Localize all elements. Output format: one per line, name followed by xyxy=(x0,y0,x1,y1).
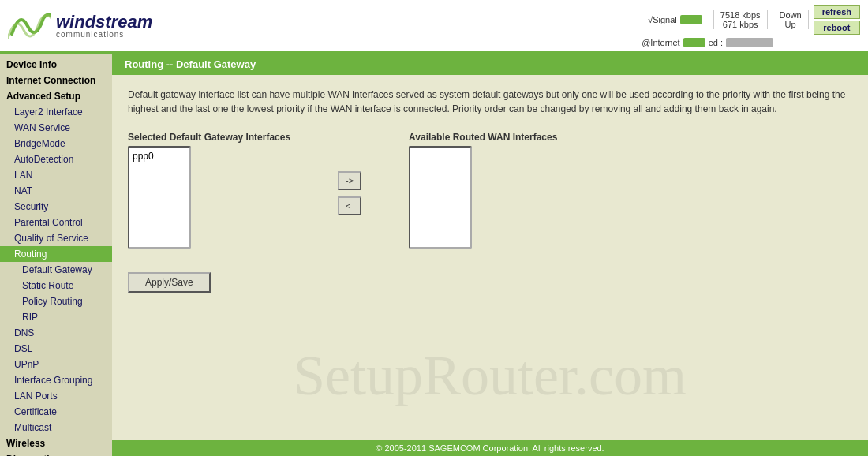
sidebar-item-wireless[interactable]: Wireless xyxy=(0,435,112,451)
selected-label: Selected Default Gateway Interfaces xyxy=(128,132,290,143)
logo-text: windstream communications xyxy=(56,13,152,39)
available-gateway-list[interactable] xyxy=(409,146,472,249)
content-area: Routing -- Default Gateway Default gatew… xyxy=(112,54,868,456)
down-label: Down xyxy=(780,10,802,20)
apply-save-button[interactable]: Apply/Save xyxy=(128,272,211,293)
content-body: Default gateway interface list can have … xyxy=(112,75,868,305)
reboot-button[interactable]: reboot xyxy=(814,21,860,35)
sidebar-item-autodetection[interactable]: AutoDetection xyxy=(0,151,112,167)
refresh-button[interactable]: refresh xyxy=(814,5,860,19)
sidebar-item-rip[interactable]: RIP xyxy=(0,309,112,325)
sidebar-item-diagnostics[interactable]: Diagnostics xyxy=(0,451,112,456)
sidebar-item-static-route[interactable]: Static Route xyxy=(0,278,112,293)
sidebar-item-interface-grouping[interactable]: Interface Grouping xyxy=(0,372,112,388)
selected-column: Selected Default Gateway Interfaces ppp0 xyxy=(128,132,290,249)
internet-speed-bar xyxy=(726,38,773,47)
sidebar-item-upnp[interactable]: UPnP xyxy=(0,357,112,372)
sidebar-item-policy-routing[interactable]: Policy Routing xyxy=(0,293,112,309)
status-top-row: √Signal 7518 kbps 671 kbps Down Up refre… xyxy=(642,5,860,35)
down-speed: 7518 kbps xyxy=(720,10,761,20)
windstream-logo-icon xyxy=(8,6,51,46)
main-layout: Device Info Internet Connection Advanced… xyxy=(0,54,868,456)
signal-section: √Signal xyxy=(642,15,709,24)
watermark: SetupRouter.com xyxy=(112,343,868,409)
available-label: Available Routed WAN Interfaces xyxy=(409,132,557,143)
header: windstream communications √Signal 7518 k… xyxy=(0,0,868,54)
gateway-form: Selected Default Gateway Interfaces ppp0… xyxy=(128,132,852,249)
signal-indicator xyxy=(680,15,702,24)
sidebar-item-bridgemode[interactable]: BridgeMode xyxy=(0,136,112,151)
sidebar-item-parental-control[interactable]: Parental Control xyxy=(0,215,112,230)
sidebar-item-wan-service[interactable]: WAN Service xyxy=(0,120,112,136)
sidebar-item-internet-connection[interactable]: Internet Connection xyxy=(0,73,112,88)
apply-row: Apply/Save xyxy=(128,272,852,293)
sidebar-item-device-info[interactable]: Device Info xyxy=(0,57,112,73)
move-left-button[interactable]: <- xyxy=(338,196,361,215)
sidebar-item-routing[interactable]: Routing xyxy=(0,246,112,262)
sidebar: Device Info Internet Connection Advanced… xyxy=(0,54,112,456)
sidebar-item-security[interactable]: Security xyxy=(0,199,112,215)
internet-label: @Internet xyxy=(642,38,679,47)
sidebar-item-layer2-interface[interactable]: Layer2 Interface xyxy=(0,104,112,120)
up-label: Up xyxy=(785,20,796,29)
logo-area: windstream communications xyxy=(8,6,152,46)
selected-gateway-list[interactable]: ppp0 xyxy=(128,146,191,249)
footer: © 2005-2011 SAGEMCOM Corporation. All ri… xyxy=(112,440,868,456)
speed-section: 7518 kbps 671 kbps xyxy=(713,10,768,29)
sidebar-item-advanced-setup[interactable]: Advanced Setup xyxy=(0,88,112,104)
description-text: Default gateway interface list can have … xyxy=(128,88,852,116)
logo-brand: windstream xyxy=(56,13,152,31)
arrows-column: -> <- xyxy=(338,132,361,215)
page-title: Routing -- Default Gateway xyxy=(112,54,868,75)
action-buttons: refresh reboot xyxy=(814,5,860,35)
sidebar-item-dns[interactable]: DNS xyxy=(0,325,112,341)
move-right-button[interactable]: -> xyxy=(338,171,361,190)
sidebar-item-dsl[interactable]: DSL xyxy=(0,341,112,357)
sidebar-item-default-gateway[interactable]: Default Gateway xyxy=(0,262,112,278)
sidebar-item-nat[interactable]: NAT xyxy=(0,183,112,199)
up-speed: 671 kbps xyxy=(723,20,758,29)
status-bar: √Signal 7518 kbps 671 kbps Down Up refre… xyxy=(642,5,860,47)
available-column: Available Routed WAN Interfaces xyxy=(409,132,557,249)
signal-label: √Signal xyxy=(648,15,677,24)
selected-option-ppp0[interactable]: ppp0 xyxy=(131,149,188,163)
status-bottom-row: @Internet ed : xyxy=(642,38,860,47)
ed-label: ed : xyxy=(709,38,723,47)
sidebar-item-lan[interactable]: LAN xyxy=(0,167,112,183)
sidebar-item-quality-of-service[interactable]: Quality of Service xyxy=(0,230,112,246)
speed-labels: Down Up xyxy=(773,10,809,29)
logo-tagline: communications xyxy=(56,31,152,39)
sidebar-item-multicast[interactable]: Multicast xyxy=(0,420,112,435)
internet-indicator xyxy=(683,38,705,47)
sidebar-item-lan-ports[interactable]: LAN Ports xyxy=(0,388,112,404)
sidebar-item-certificate[interactable]: Certificate xyxy=(0,404,112,420)
internet-section: @Internet ed : xyxy=(642,38,773,47)
